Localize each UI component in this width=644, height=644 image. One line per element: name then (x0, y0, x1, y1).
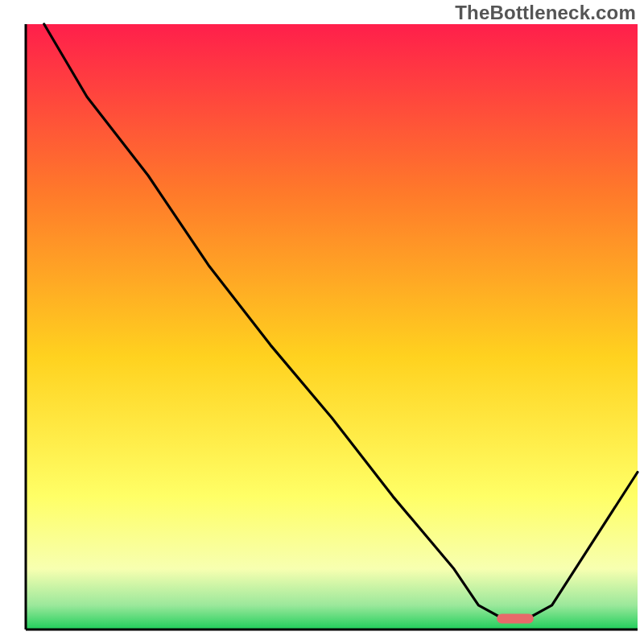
watermark-text: TheBottleneck.com (455, 2, 636, 24)
bottleneck-chart (0, 0, 644, 644)
optimum-marker (497, 613, 534, 623)
plot-background (26, 24, 638, 630)
chart-container: { "watermark": "TheBottleneck.com", "col… (0, 0, 644, 644)
